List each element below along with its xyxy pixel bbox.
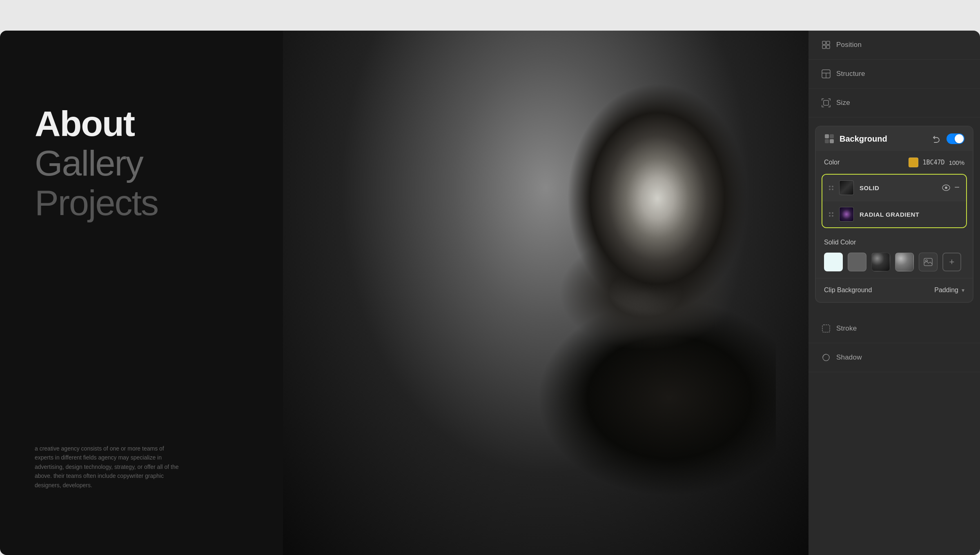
svg-rect-8 [825,134,829,138]
svg-rect-1 [826,41,830,44]
color-opacity: 100% [949,159,964,166]
svg-rect-2 [822,45,826,49]
drag-dot [832,189,833,190]
color-option-gray[interactable] [848,253,866,271]
color-option-dark-radial[interactable] [871,253,890,271]
stroke-icon [822,324,831,333]
background-card: Background Color 1BC47D [815,126,973,303]
drag-dot [829,215,831,217]
clip-background-row[interactable]: Clip Background Padding ▾ [816,278,973,302]
nav-projects[interactable]: Projects [35,183,158,223]
svg-rect-3 [826,45,830,49]
color-option-white[interactable] [824,253,843,271]
background-section-icon [824,133,835,144]
drag-dot [832,215,833,217]
shadow-section[interactable]: Shadow [808,343,980,372]
drag-handle-solid[interactable] [829,186,833,190]
clip-chevron-icon: ▾ [962,287,964,293]
svg-rect-7 [824,100,829,105]
size-icon [822,98,831,107]
solid-thumbnail [839,180,854,195]
structure-label: Structure [836,70,865,78]
right-panel: Position Structure [808,31,980,555]
color-options: + [824,253,964,271]
drag-dot [829,212,831,214]
stroke-label: Stroke [836,324,857,333]
undo-button[interactable] [930,133,942,144]
svg-point-13 [945,186,947,189]
svg-rect-0 [822,41,826,44]
remove-solid-button[interactable]: − [954,183,960,192]
layer-solid[interactable]: SOLID − [822,175,966,201]
position-section[interactable]: Position [808,31,980,60]
color-swatch[interactable] [909,158,918,167]
structure-icon [822,69,831,78]
background-toggle[interactable] [947,133,964,144]
color-label: Color [824,159,840,166]
layer-radial-gradient[interactable]: RADIAL GRADIENT [822,201,966,227]
canvas-area: About Gallery Projects a creative agency… [0,31,808,555]
drag-dot [829,189,831,190]
shadow-label: Shadow [836,353,862,362]
position-label: Position [836,41,862,49]
solid-color-section: Solid Color + [816,232,973,278]
svg-rect-16 [822,325,830,332]
nav-about[interactable]: About [35,104,158,144]
size-section[interactable]: Size [808,89,980,118]
drag-dot [832,186,833,187]
bg-header-left: Background [824,133,887,144]
shadow-icon [822,353,831,362]
solid-color-title: Solid Color [824,239,964,246]
drag-dot-row [829,189,833,190]
drag-dot-row [829,215,833,217]
drag-dot [832,212,833,214]
color-option-image[interactable] [919,253,938,271]
svg-rect-9 [830,134,834,138]
drag-handle-gradient[interactable] [829,212,833,217]
add-color-button[interactable]: + [942,253,961,271]
clip-value-group[interactable]: Padding ▾ [934,286,964,294]
stroke-section[interactable]: Stroke [808,314,980,343]
portrait-photo [539,31,776,555]
color-hex: 1BC47D [922,159,944,166]
color-row: Color 1BC47D 100% [816,151,973,174]
nav-gallery[interactable]: Gallery [35,144,158,183]
drag-dot-row [829,186,833,187]
color-option-light-radial[interactable] [895,253,914,271]
bg-card-header: Background [816,127,973,151]
color-value-group[interactable]: 1BC47D 100% [909,158,964,167]
svg-rect-10 [825,139,829,143]
solid-layer-actions: − [942,184,960,192]
visibility-toggle-solid[interactable] [942,184,950,191]
structure-section[interactable]: Structure [808,60,980,89]
position-icon [822,40,831,49]
layers-list: SOLID − [822,174,967,228]
app-container: About Gallery Projects a creative agency… [0,31,980,555]
svg-rect-11 [830,139,834,143]
bg-header-right [930,133,964,144]
drag-dot [829,186,831,187]
gradient-layer-name: RADIAL GRADIENT [860,211,960,218]
background-title: Background [840,134,887,144]
size-label: Size [836,99,850,107]
solid-layer-name: SOLID [860,184,936,191]
description-text: a creative agency consists of one or mor… [35,444,182,490]
clip-background-label: Clip Background [824,286,872,294]
drag-dot-row [829,212,833,214]
clip-value-text: Padding [934,286,958,294]
gradient-thumbnail [839,207,854,222]
nav-text-group: About Gallery Projects [35,104,158,222]
